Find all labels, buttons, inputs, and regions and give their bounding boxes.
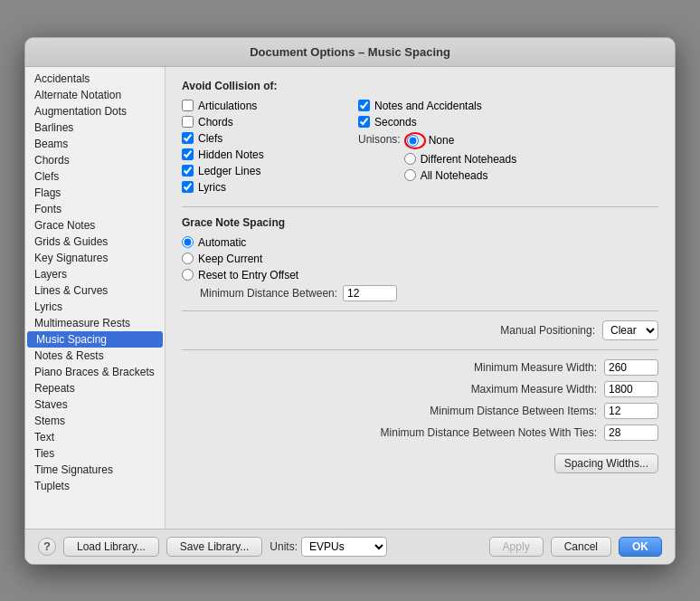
measure-field-input-2[interactable] <box>604 403 658 419</box>
spacing-widths-button[interactable]: Spacing Widths... <box>554 453 658 473</box>
sidebar-item-layers[interactable]: Layers <box>25 266 165 282</box>
grace-option-keep-current: Keep Current <box>182 253 658 265</box>
measure-field-input-1[interactable] <box>604 381 658 397</box>
grace-label-2: Reset to Entry Offset <box>198 269 298 281</box>
measure-field-row-3: Minimum Distance Between Notes With Ties… <box>182 425 658 441</box>
sidebar-item-notes-rests[interactable]: Notes & Rests <box>25 348 165 364</box>
units-select[interactable]: EVPUs Inches Centimeters Points Picas Sp… <box>301 537 387 557</box>
checkbox-label-5: Lyrics <box>198 181 226 194</box>
avoid-collision-title: Avoid Collision of: <box>182 80 658 92</box>
checkbox-input-1[interactable] <box>182 116 194 128</box>
measure-field-row-2: Minimum Distance Between Items: <box>182 403 658 419</box>
sidebar-item-clefs[interactable]: Clefs <box>25 168 165 185</box>
sidebar-item-beams[interactable]: Beams <box>25 136 165 152</box>
checkbox-hidden-notes: Hidden Notes <box>182 148 349 161</box>
checkbox-right-notes-and-accidentals: Notes and Accidentals <box>358 100 658 112</box>
checkbox-label-4: Ledger Lines <box>198 165 260 177</box>
sidebar-item-lines-curves[interactable]: Lines & Curves <box>25 282 165 299</box>
units-label: Units: <box>270 540 298 553</box>
grace-label-1: Keep Current <box>198 253 262 265</box>
checkbox-right-label-0: Notes and Accidentals <box>374 100 482 112</box>
help-button[interactable]: ? <box>38 538 56 556</box>
grace-option-automatic: Automatic <box>182 236 658 249</box>
sidebar-item-alternate-notation[interactable]: Alternate Notation <box>25 87 165 103</box>
sidebar-item-music-spacing[interactable]: Music Spacing <box>27 331 163 348</box>
save-library-button[interactable]: Save Library... <box>166 537 262 557</box>
ok-button[interactable]: OK <box>619 537 662 557</box>
checkbox-input-2[interactable] <box>182 132 194 144</box>
checkbox-input-4[interactable] <box>182 165 194 176</box>
sidebar-item-tuplets[interactable]: Tuplets <box>25 478 165 494</box>
measure-field-label-1: Maximum Measure Width: <box>471 383 597 396</box>
grace-radio-0[interactable] <box>182 236 194 248</box>
checkbox-articulations: Articulations <box>182 100 349 112</box>
unison-radio-2[interactable] <box>404 169 416 181</box>
sidebar-item-piano-braces-brackets[interactable]: Piano Braces & Brackets <box>25 364 165 380</box>
checkbox-label-3: Hidden Notes <box>198 148 264 161</box>
sidebar-item-staves[interactable]: Staves <box>25 396 165 413</box>
checkbox-right-label-1: Seconds <box>374 116 417 129</box>
checkbox-input-5[interactable] <box>182 181 194 193</box>
footer: ? Load Library... Save Library... Units:… <box>25 529 675 564</box>
measure-field-input-0[interactable] <box>604 359 658 376</box>
sidebar: AccidentalsAlternate NotationAugmentatio… <box>25 67 166 529</box>
checkbox-lyrics: Lyrics <box>182 181 349 194</box>
measure-field-row-1: Maximum Measure Width: <box>182 381 658 397</box>
checkbox-right-input-1[interactable] <box>358 116 370 128</box>
grace-note-spacing-title: Grace Note Spacing <box>182 216 658 229</box>
sidebar-item-stems[interactable]: Stems <box>25 413 165 429</box>
sidebar-item-fonts[interactable]: Fonts <box>25 201 165 217</box>
load-library-button[interactable]: Load Library... <box>63 537 159 557</box>
min-distance-label: Minimum Distance Between: <box>200 287 337 300</box>
sidebar-item-text[interactable]: Text <box>25 429 165 445</box>
grace-label-0: Automatic <box>198 236 246 249</box>
checkbox-label-0: Articulations <box>198 100 257 112</box>
sidebar-item-flags[interactable]: Flags <box>25 185 165 201</box>
checkbox-input-0[interactable] <box>182 100 194 111</box>
apply-button[interactable]: Apply <box>489 537 544 557</box>
main-panel: Avoid Collision of: ArticulationsChordsC… <box>166 67 675 529</box>
manual-positioning-label: Manual Positioning: <box>500 324 595 337</box>
dialog-title: Document Options – Music Spacing <box>25 38 675 67</box>
checkbox-input-3[interactable] <box>182 148 194 160</box>
checkbox-label-1: Chords <box>198 116 233 129</box>
min-distance-input[interactable] <box>343 285 397 301</box>
sidebar-item-time-signatures[interactable]: Time Signatures <box>25 462 165 478</box>
sidebar-item-grids-guides[interactable]: Grids & Guides <box>25 234 165 250</box>
grace-radio-1[interactable] <box>182 253 194 264</box>
measure-field-label-2: Minimum Distance Between Items: <box>430 405 597 417</box>
measure-field-label-0: Minimum Measure Width: <box>474 361 597 374</box>
sidebar-item-augmentation-dots[interactable]: Augmentation Dots <box>25 103 165 119</box>
sidebar-item-lyrics[interactable]: Lyrics <box>25 299 165 315</box>
measure-field-label-3: Minimum Distance Between Notes With Ties… <box>381 426 597 439</box>
sidebar-item-multimeasure-rests[interactable]: Multimeasure Rests <box>25 315 165 331</box>
sidebar-item-grace-notes[interactable]: Grace Notes <box>25 217 165 234</box>
checkbox-right-input-0[interactable] <box>358 100 370 111</box>
none-highlight-circle <box>404 132 426 149</box>
sidebar-item-accidentals[interactable]: Accidentals <box>25 71 165 87</box>
checkbox-clefs: Clefs <box>182 132 349 145</box>
sidebar-item-chords[interactable]: Chords <box>25 152 165 168</box>
unison-option-none: None <box>404 132 517 149</box>
sidebar-item-ties[interactable]: Ties <box>25 445 165 462</box>
sidebar-item-barlines[interactable]: Barlines <box>25 119 165 136</box>
sidebar-item-repeats[interactable]: Repeats <box>25 380 165 396</box>
checkbox-right-seconds: Seconds <box>358 116 658 129</box>
unison-label-0: None <box>429 134 455 147</box>
unison-label-1: Different Noteheads <box>421 153 517 166</box>
measure-field-input-3[interactable] <box>604 425 658 441</box>
checkbox-ledger-lines: Ledger Lines <box>182 165 349 177</box>
sidebar-item-key-signatures[interactable]: Key Signatures <box>25 250 165 266</box>
unisons-label: Unisons: <box>358 132 401 146</box>
unison-radio-1[interactable] <box>404 153 416 165</box>
grace-option-reset-to-entry-offset: Reset to Entry Offset <box>182 269 658 281</box>
grace-radio-2[interactable] <box>182 269 194 281</box>
unison-label-2: All Noteheads <box>421 169 488 182</box>
title-text: Document Options – Music Spacing <box>250 45 450 59</box>
checkbox-label-2: Clefs <box>198 132 222 145</box>
manual-positioning-select[interactable]: Clear Keep Reset <box>602 320 658 340</box>
measure-field-row-0: Minimum Measure Width: <box>182 359 658 376</box>
cancel-button[interactable]: Cancel <box>551 537 611 557</box>
checkbox-chords: Chords <box>182 116 349 129</box>
unison-radio-0[interactable] <box>407 135 419 147</box>
